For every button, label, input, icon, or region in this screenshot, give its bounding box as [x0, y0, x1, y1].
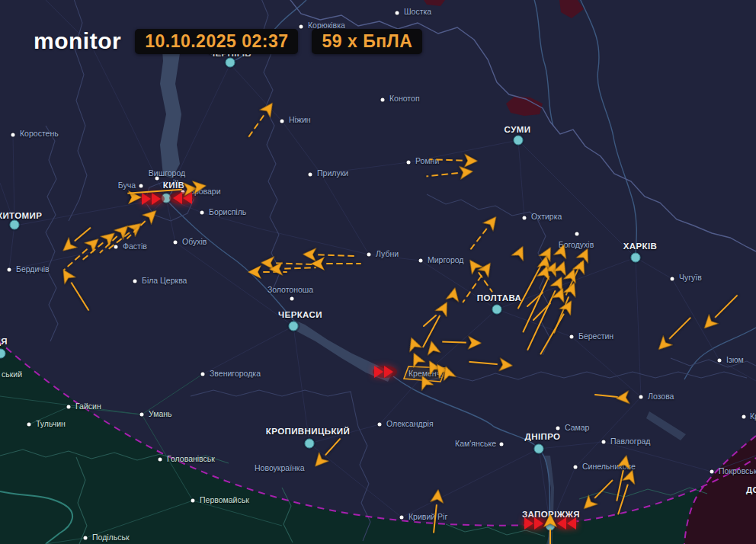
drone-icon[interactable] — [579, 476, 617, 514]
drone-icon[interactable] — [465, 256, 498, 295]
header: monitor 10.10.2025 02:37 59 х БпЛА — [34, 28, 422, 54]
drone-icon[interactable] — [612, 468, 639, 516]
drone-icon[interactable] — [312, 258, 361, 270]
drone-icon[interactable] — [123, 206, 161, 243]
drone-icon[interactable] — [405, 335, 422, 352]
drone-icon[interactable] — [553, 259, 570, 276]
drone-icon[interactable] — [242, 99, 277, 143]
drone-icon[interactable] — [446, 286, 461, 302]
drone-icon[interactable] — [616, 391, 629, 405]
drone-icon[interactable] — [59, 234, 102, 274]
drone-layer — [0, 0, 756, 544]
explosion-icon — [553, 517, 578, 530]
drone-icon[interactable] — [554, 242, 570, 258]
drone-icon[interactable] — [408, 350, 425, 368]
drone-icon[interactable] — [430, 153, 478, 168]
drone-icon[interactable] — [654, 313, 694, 354]
explosion-icon — [169, 192, 194, 204]
drone-icon[interactable] — [192, 179, 207, 194]
explosion-icon — [373, 366, 397, 378]
drone-icon[interactable] — [443, 335, 482, 350]
drone-icon[interactable] — [426, 165, 473, 183]
drone-icon[interactable] — [310, 434, 344, 470]
explosion-icon — [140, 193, 165, 205]
explosion-icon — [523, 517, 547, 530]
drone-trail — [424, 315, 436, 326]
uav-counter-badge: 59 х БпЛА — [312, 29, 422, 54]
drone-icon[interactable] — [535, 298, 577, 357]
drone-icon[interactable] — [511, 244, 529, 261]
drone-icon[interactable] — [464, 213, 501, 254]
drone-icon[interactable] — [303, 248, 357, 262]
app-logo: monitor — [34, 28, 121, 54]
drone-icon[interactable] — [96, 221, 133, 257]
drone-icon[interactable] — [59, 223, 94, 256]
datetime-badge: 10.10.2025 02:37 — [135, 29, 298, 54]
drone-icon[interactable] — [469, 355, 513, 372]
drone-icon[interactable] — [544, 514, 557, 544]
drone-icon[interactable] — [58, 266, 94, 313]
drone-icon[interactable] — [425, 340, 440, 355]
map-canvas[interactable]: КИЇВЧЕРНІГІВСУМИХАРКІВПОЛТАВАЧЕРКАСИКРОП… — [0, 0, 756, 544]
drone-icon[interactable] — [700, 291, 742, 333]
drone-icon[interactable] — [428, 489, 445, 533]
drone-trail — [595, 395, 617, 397]
